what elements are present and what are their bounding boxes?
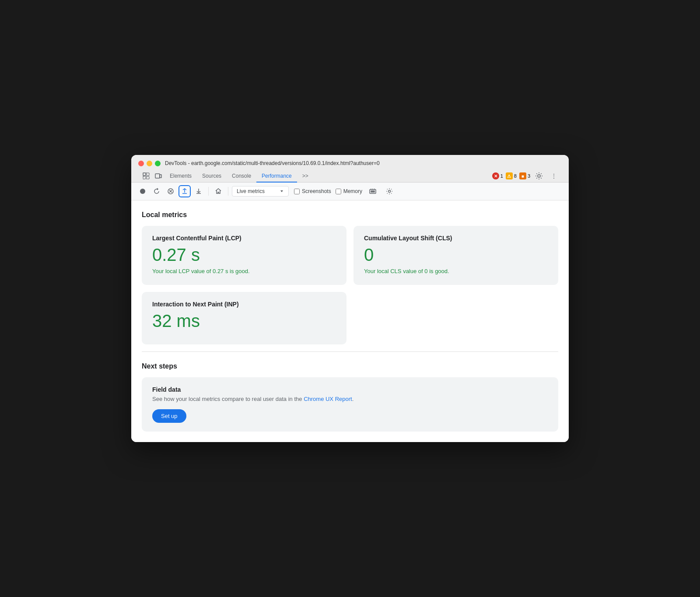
lcp-desc-prefix: Your local LCP value of: [152, 268, 213, 274]
setup-button[interactable]: Set up: [152, 409, 186, 423]
lcp-desc-value: 0.27 s: [213, 268, 228, 274]
live-metrics-dropdown[interactable]: Live metrics: [232, 186, 289, 197]
info-icon: ■: [519, 172, 526, 179]
tab-sources[interactable]: Sources: [197, 170, 227, 183]
element-picker-icon[interactable]: [140, 170, 152, 182]
memory-checkbox-item[interactable]: Memory: [336, 188, 362, 194]
memory-checkbox[interactable]: [336, 189, 341, 194]
field-data-desc-suffix: .: [352, 396, 354, 402]
performance-settings-icon[interactable]: [383, 185, 396, 197]
home-button[interactable]: [212, 185, 224, 197]
close-button[interactable]: [138, 161, 144, 166]
settings-gear-icon[interactable]: [533, 170, 545, 182]
svg-point-7: [140, 189, 145, 194]
field-data-description: See how your local metrics compare to re…: [152, 396, 548, 402]
error-count: 1: [500, 173, 503, 179]
cls-description: Your local CLS value of 0 is good.: [364, 268, 548, 274]
cls-desc-suffix: is good.: [428, 268, 449, 274]
field-data-desc-prefix: See how your local metrics compare to re…: [152, 396, 304, 402]
cls-title: Cumulative Layout Shift (CLS): [364, 235, 548, 242]
traffic-lights: [138, 161, 161, 166]
local-metrics-title: Local metrics: [142, 211, 558, 219]
screenshots-label: Screenshots: [302, 188, 331, 194]
toolbar-right: Screenshots Memory: [294, 185, 396, 197]
svg-rect-5: [160, 175, 161, 178]
info-badge: ■ 3: [519, 172, 530, 179]
clear-button[interactable]: [164, 185, 177, 197]
svg-rect-3: [147, 176, 149, 179]
reload-button[interactable]: [150, 185, 163, 197]
svg-rect-1: [147, 173, 149, 176]
screenshots-checkbox[interactable]: [294, 189, 300, 194]
lcp-value: 0.27 s: [152, 246, 336, 263]
toolbar-divider-2: [228, 187, 228, 196]
svg-rect-13: [372, 191, 373, 192]
tab-console[interactable]: Console: [227, 170, 256, 183]
svg-rect-14: [374, 191, 374, 192]
lcp-title: Largest Contentful Paint (LCP): [152, 235, 336, 242]
warning-count: 8: [514, 173, 517, 179]
main-content: Local metrics Largest Contentful Paint (…: [131, 200, 569, 442]
maximize-button[interactable]: [155, 161, 161, 166]
devtools-tabs: Elements Sources Console Performance >> …: [138, 170, 562, 182]
cls-card: Cumulative Layout Shift (CLS) 0 Your loc…: [354, 226, 558, 285]
lcp-desc-suffix: is good.: [228, 268, 249, 274]
upload-button[interactable]: [178, 185, 191, 197]
devtools-tabs-right: ✕ 1 ⚠ 8 ■ 3 ⋮: [492, 170, 560, 182]
svg-rect-2: [143, 176, 146, 179]
svg-point-15: [388, 190, 391, 193]
info-count: 3: [528, 173, 530, 179]
inp-card: Interaction to Next Paint (INP) 32 ms: [142, 292, 346, 344]
live-metrics-label: Live metrics: [237, 188, 265, 194]
more-options-icon[interactable]: ⋮: [548, 170, 560, 182]
cls-value: 0: [364, 246, 548, 263]
devtools-window: DevTools - earth.google.com/static/multi…: [131, 155, 569, 442]
error-icon: ✕: [492, 172, 499, 179]
next-steps-title: Next steps: [142, 362, 558, 370]
url-bar: DevTools - earth.google.com/static/multi…: [165, 160, 562, 166]
lcp-card: Largest Contentful Paint (LCP) 0.27 s Yo…: [142, 226, 346, 285]
memory-label: Memory: [343, 188, 362, 194]
toolbar-divider-1: [208, 187, 209, 196]
screenshots-checkbox-item[interactable]: Screenshots: [294, 188, 331, 194]
error-badge: ✕ 1: [492, 172, 503, 179]
svg-rect-0: [143, 173, 146, 176]
svg-rect-11: [370, 190, 376, 193]
title-bar: DevTools - earth.google.com/static/multi…: [131, 155, 569, 183]
metrics-grid: Largest Contentful Paint (LCP) 0.27 s Yo…: [142, 226, 558, 344]
warning-icon: ⚠: [506, 172, 513, 179]
inp-title: Interaction to Next Paint (INP): [152, 301, 336, 308]
cls-desc-value: 0: [424, 268, 427, 274]
tab-elements[interactable]: Elements: [164, 170, 197, 183]
tab-more[interactable]: >>: [297, 170, 314, 183]
inp-value: 32 ms: [152, 312, 336, 330]
lcp-description: Your local LCP value of 0.27 s is good.: [152, 268, 336, 274]
toolbar: Live metrics Screenshots Memory: [131, 183, 569, 200]
field-data-title: Field data: [152, 386, 548, 393]
cpu-throttling-icon[interactable]: [367, 185, 379, 197]
cls-desc-prefix: Your local CLS value of: [364, 268, 424, 274]
warning-badge: ⚠ 8: [506, 172, 517, 179]
chrome-ux-report-link[interactable]: Chrome UX Report: [304, 396, 352, 402]
device-toggle-icon[interactable]: [152, 170, 164, 182]
svg-point-6: [538, 175, 540, 177]
field-data-card: Field data See how your local metrics co…: [142, 377, 558, 432]
download-button[interactable]: [192, 185, 205, 197]
svg-rect-4: [155, 174, 160, 178]
svg-rect-12: [371, 191, 372, 192]
tab-performance[interactable]: Performance: [256, 170, 297, 183]
record-button[interactable]: [136, 185, 149, 197]
minimize-button[interactable]: [147, 161, 152, 166]
next-steps-section: Next steps Field data See how your local…: [142, 351, 558, 432]
